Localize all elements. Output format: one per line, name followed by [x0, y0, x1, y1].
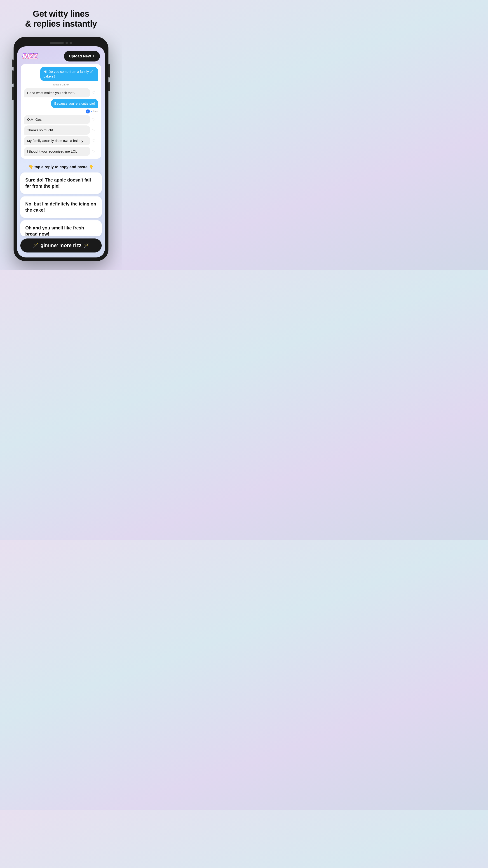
chat-container: Hi! Do you come from a family of bakers?…: [21, 64, 101, 159]
instruction-emoji-left: 👇: [29, 164, 33, 169]
sent-label: Sent: [93, 110, 98, 113]
reply-card-1[interactable]: Sure do! The apple doesn't fall far from…: [20, 173, 102, 194]
instruction-text: tap a reply to copy and paste: [35, 165, 88, 169]
upload-plus-icon: +: [92, 54, 95, 59]
gimme-label: gimme' more rizz: [40, 243, 82, 248]
phone-notch: [17, 40, 105, 46]
heart-icon-4: ♡: [92, 138, 95, 143]
heart-icon-5: ♡: [92, 149, 95, 153]
received-bubble-1: Haha what makes you ask that?: [24, 88, 90, 97]
heart-icon-1: ♡: [92, 91, 95, 95]
sent-check-icon: ✓: [86, 110, 90, 114]
reply-card-3-partial[interactable]: Oh and you smell like fresh bread now!: [20, 220, 102, 236]
phone-frame: RIZZ Upload New + Hi! Do you come from a…: [13, 37, 108, 261]
wand-icon-right: 🪄: [84, 243, 89, 248]
volume-down-button: [12, 87, 13, 100]
notch-pill: [50, 42, 64, 44]
power-button: [108, 64, 110, 78]
volume-up-button: [12, 70, 13, 84]
reply-text-1: Sure do! The apple doesn't fall far from…: [25, 178, 91, 188]
mute-button: [12, 59, 13, 67]
received-row-2: O.M. Gosh! ♡: [24, 115, 98, 124]
reply-text-3: Oh and you smell like fresh bread now!: [25, 225, 84, 236]
heart-icon-2: ♡: [92, 117, 95, 122]
notch-dot: [66, 42, 68, 44]
received-row-5: I thought you recognized me LOL ♡: [24, 147, 98, 156]
sent-bubble-2: Because you're a cutie pie!: [51, 99, 98, 108]
sent-bubble-1: Hi! Do you come from a family of bakers?: [40, 67, 98, 81]
received-bubble-2: O.M. Gosh!: [24, 115, 90, 124]
plus-badge: +: [91, 110, 92, 113]
heart-icon-3: ♡: [92, 128, 95, 132]
app-header: RIZZ Upload New +: [17, 46, 105, 64]
upload-new-button[interactable]: Upload New +: [64, 51, 100, 61]
wand-icon-left: 🪄: [33, 243, 38, 248]
instruction-line-right: [95, 167, 105, 167]
volume-button-right: [108, 82, 110, 91]
instruction-emoji-right: 👇: [89, 164, 94, 169]
phone-screen: RIZZ Upload New + Hi! Do you come from a…: [17, 46, 105, 257]
received-row-3: Thanks so much! ♡: [24, 125, 98, 135]
gimme-more-rizz-button[interactable]: 🪄 gimme' more rizz 🪄: [20, 239, 102, 252]
notch-dot-2: [70, 42, 72, 44]
received-row-1: Haha what makes you ask that? ♡: [24, 88, 98, 97]
instruction-row: 👇 tap a reply to copy and paste 👇: [17, 162, 105, 173]
reply-card-2[interactable]: No, but I'm definitely the icing on the …: [20, 196, 102, 218]
received-bubble-5: I thought you recognized me LOL: [24, 147, 90, 156]
upload-label: Upload New: [69, 54, 91, 59]
instruction-line-left: [17, 167, 27, 167]
received-row-4: My family actually does own a bakery ♡: [24, 136, 98, 145]
sent-status: ✓ + Sent: [86, 110, 98, 114]
received-bubble-4: My family actually does own a bakery: [24, 136, 90, 145]
received-bubble-3: Thanks so much!: [24, 125, 90, 135]
chat-timestamp: Today 8:24 AM: [24, 83, 98, 86]
reply-text-2: No, but I'm definitely the icing on the …: [25, 202, 96, 213]
rizz-logo: RIZZ: [22, 52, 37, 60]
page-title: Get witty lines & replies instantly: [25, 9, 97, 29]
